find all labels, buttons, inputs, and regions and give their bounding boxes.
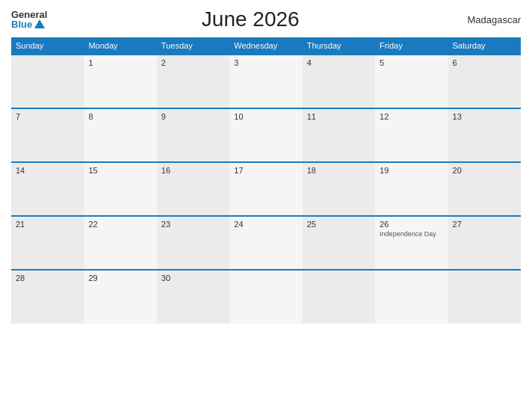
logo: General Blue xyxy=(11,10,47,29)
day-number: 3 xyxy=(234,58,297,67)
day-number: 15 xyxy=(88,166,152,175)
day-number: 6 xyxy=(453,58,516,67)
day-number: 21 xyxy=(16,220,79,229)
logo-triangle-icon xyxy=(34,19,45,28)
calendar-day-cell: 2 xyxy=(157,55,229,108)
calendar-day-cell: 18 xyxy=(303,162,375,216)
calendar-day-cell: 22 xyxy=(84,216,156,270)
calendar-day-cell: 10 xyxy=(229,108,302,162)
calendar-day-cell: 4 xyxy=(303,55,375,108)
calendar-day-cell: 30 xyxy=(157,270,229,324)
day-number: 5 xyxy=(380,58,443,67)
weekday-header-cell: Sunday xyxy=(11,37,84,55)
calendar-day-cell: 14 xyxy=(11,162,84,216)
weekday-header-cell: Thursday xyxy=(303,37,375,55)
day-number: 26 xyxy=(380,220,443,229)
day-number: 14 xyxy=(16,166,79,175)
calendar-day-cell: 29 xyxy=(84,270,156,324)
calendar-day-cell: 27 xyxy=(448,216,521,270)
calendar-title: June 2026 xyxy=(47,7,454,31)
day-number: 2 xyxy=(161,58,225,67)
calendar-day-cell: 1 xyxy=(84,55,156,108)
calendar-day-cell: 8 xyxy=(84,108,156,162)
day-number: 27 xyxy=(453,220,516,229)
calendar-day-cell xyxy=(229,270,302,324)
calendar-week-row: 282930 xyxy=(11,270,521,324)
weekday-header-cell: Friday xyxy=(375,37,448,55)
day-number: 8 xyxy=(88,112,152,121)
calendar-week-row: 212223242526Independence Day27 xyxy=(11,216,521,270)
country-label: Madagascar xyxy=(454,14,521,25)
calendar-week-row: 14151617181920 xyxy=(11,162,521,216)
calendar-day-cell: 28 xyxy=(11,270,84,324)
calendar-day-cell: 23 xyxy=(157,216,229,270)
weekday-header-row: SundayMondayTuesdayWednesdayThursdayFrid… xyxy=(11,37,521,55)
calendar-day-cell: 15 xyxy=(84,162,156,216)
day-number: 25 xyxy=(307,220,371,229)
calendar-day-cell: 12 xyxy=(375,108,448,162)
day-number: 19 xyxy=(380,166,443,175)
calendar-day-cell: 11 xyxy=(303,108,375,162)
calendar-day-cell: 25 xyxy=(303,216,375,270)
day-number: 16 xyxy=(161,166,225,175)
day-number: 24 xyxy=(234,220,297,229)
calendar-day-cell: 3 xyxy=(229,55,302,108)
calendar-day-cell xyxy=(303,270,375,324)
day-number: 4 xyxy=(307,58,371,67)
calendar-day-cell: 24 xyxy=(229,216,302,270)
calendar-day-cell: 5 xyxy=(375,55,448,108)
day-number: 28 xyxy=(16,274,79,282)
calendar-page: General Blue June 2026 Madagascar Sunday… xyxy=(0,0,532,411)
calendar-day-cell: 6 xyxy=(448,55,521,108)
calendar-week-row: 123456 xyxy=(11,55,521,108)
day-number: 7 xyxy=(16,112,79,121)
day-number: 1 xyxy=(88,58,152,67)
day-number: 18 xyxy=(307,166,371,175)
logo-blue-text: Blue xyxy=(11,19,45,29)
day-number: 10 xyxy=(234,112,297,121)
weekday-header-cell: Saturday xyxy=(448,37,521,55)
calendar-day-cell xyxy=(375,270,448,324)
calendar-day-cell: 21 xyxy=(11,216,84,270)
calendar-day-cell xyxy=(11,55,84,108)
calendar-day-cell: 19 xyxy=(375,162,448,216)
weekday-header-cell: Wednesday xyxy=(229,37,302,55)
day-number: 17 xyxy=(234,166,297,175)
day-number: 12 xyxy=(380,112,443,121)
day-number: 30 xyxy=(161,274,225,282)
holiday-label: Independence Day xyxy=(380,230,443,238)
calendar-day-cell xyxy=(448,270,521,324)
weekday-header-cell: Monday xyxy=(84,37,156,55)
calendar-day-cell: 26Independence Day xyxy=(375,216,448,270)
day-number: 20 xyxy=(453,166,516,175)
calendar-day-cell: 13 xyxy=(448,108,521,162)
calendar-table: SundayMondayTuesdayWednesdayThursdayFrid… xyxy=(11,37,521,324)
calendar-week-row: 78910111213 xyxy=(11,108,521,162)
day-number: 23 xyxy=(161,220,225,229)
weekday-header-cell: Tuesday xyxy=(157,37,229,55)
day-number: 13 xyxy=(453,112,516,121)
day-number: 9 xyxy=(161,112,225,121)
calendar-day-cell: 16 xyxy=(157,162,229,216)
day-number: 22 xyxy=(88,220,152,229)
calendar-day-cell: 17 xyxy=(229,162,302,216)
day-number: 29 xyxy=(88,274,152,282)
day-number: 11 xyxy=(307,112,371,121)
header: General Blue June 2026 Madagascar xyxy=(11,7,521,31)
calendar-day-cell: 7 xyxy=(11,108,84,162)
calendar-day-cell: 20 xyxy=(448,162,521,216)
calendar-day-cell: 9 xyxy=(157,108,229,162)
